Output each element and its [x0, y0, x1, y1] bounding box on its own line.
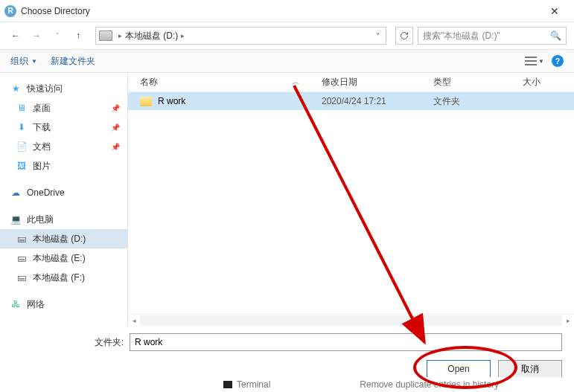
sidebar: ★快速访问 🖥桌面📌 ⬇下载📌 📄文档📌 🖼图片 ☁OneDrive 💻此电脑 … [0, 73, 128, 326]
refresh-button[interactable] [395, 27, 413, 45]
sidebar-quickaccess[interactable]: ★快速访问 [0, 79, 127, 98]
back-button[interactable]: ← [7, 28, 24, 44]
sort-indicator-icon: ︿ [293, 77, 299, 87]
pin-icon: 📌 [111, 104, 120, 112]
app-icon: R [4, 5, 16, 17]
column-header[interactable]: 名称︿ 修改日期 类型 大小 [128, 73, 574, 92]
recent-dropdown[interactable]: ˅ [49, 28, 66, 44]
close-icon[interactable]: ✕ [540, 5, 570, 17]
breadcrumb-location[interactable]: 本地磁盘 (D:) [125, 30, 178, 42]
chevron-right-icon: ▸ [181, 32, 185, 39]
sidebar-network[interactable]: 🖧网络 [0, 295, 127, 314]
search-input[interactable]: 搜索"本地磁盘 (D:)" 🔍 [418, 27, 567, 45]
search-placeholder: 搜索"本地磁盘 (D:)" [423, 30, 500, 42]
help-icon[interactable]: ? [552, 55, 564, 67]
sidebar-disk-f[interactable]: 🖴本地磁盘 (F:) [0, 268, 127, 287]
window-title: Choose Directory [21, 6, 540, 16]
svg-rect-2 [525, 64, 537, 65]
filename-input[interactable] [130, 333, 562, 351]
chevron-right-icon: ▸ [118, 32, 122, 39]
sidebar-downloads[interactable]: ⬇下载📌 [0, 118, 127, 137]
pin-icon: 📌 [111, 123, 120, 132]
sidebar-thispc[interactable]: 💻此电脑 [0, 210, 127, 229]
pin-icon: 📌 [111, 143, 120, 151]
scroll-right-icon[interactable]: ▸ [562, 317, 574, 324]
view-options-button[interactable]: ▼ [525, 57, 544, 65]
forward-button: → [28, 28, 45, 44]
svg-rect-1 [525, 60, 537, 62]
terminal-icon [223, 381, 232, 388]
drive-icon [99, 30, 112, 41]
sidebar-disk-e[interactable]: 🖴本地磁盘 (E:) [0, 248, 127, 268]
list-item[interactable]: R work 2020/4/24 17:21 文件夹 [128, 92, 574, 110]
horizontal-scrollbar[interactable]: ◂ ▸ [128, 314, 574, 326]
address-bar[interactable]: ▸ 本地磁盘 (D:) ▸ ˅ [95, 27, 386, 45]
folder-icon [140, 97, 152, 106]
sidebar-onedrive[interactable]: ☁OneDrive [0, 183, 127, 202]
up-button[interactable]: ↑ [70, 28, 86, 44]
svg-rect-0 [525, 57, 537, 58]
scroll-left-icon[interactable]: ◂ [128, 317, 140, 324]
file-list[interactable]: R work 2020/4/24 17:21 文件夹 [128, 92, 574, 314]
cancel-button[interactable]: 取消 [498, 360, 562, 378]
sidebar-desktop[interactable]: 🖥桌面📌 [0, 98, 127, 118]
file-date: 2020/4/24 17:21 [322, 96, 433, 106]
background-window-strip: Terminal Remove duplicate entries in his… [0, 377, 574, 392]
filename-label: 文件夹: [12, 336, 124, 349]
sidebar-documents[interactable]: 📄文档📌 [0, 137, 127, 156]
sidebar-pictures[interactable]: 🖼图片 [0, 156, 127, 176]
newfolder-button[interactable]: 新建文件夹 [51, 55, 95, 68]
organize-button[interactable]: 组织 ▼ [10, 55, 37, 68]
search-icon: 🔍 [550, 30, 561, 41]
address-dropdown-icon[interactable]: ˅ [373, 32, 383, 40]
file-type: 文件夹 [433, 95, 523, 108]
file-name: R work [158, 96, 185, 106]
sidebar-disk-d[interactable]: 🖴本地磁盘 (D:) [0, 229, 127, 248]
open-button[interactable]: Open [427, 360, 491, 378]
